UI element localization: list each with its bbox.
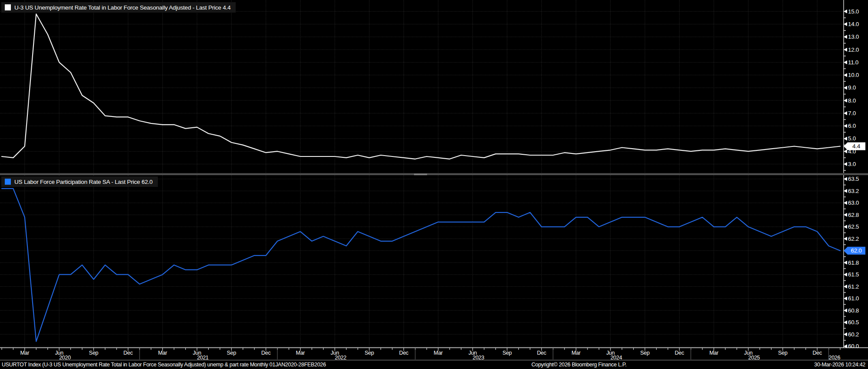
svg-text:61.5: 61.5 — [848, 271, 859, 278]
svg-text:Mar: Mar — [158, 350, 167, 356]
legend-top-panel[interactable]: U-3 US Unemployment Rate Total in Labor … — [1, 2, 236, 13]
svg-text:63.2: 63.2 — [848, 188, 859, 194]
svg-text:61.0: 61.0 — [848, 295, 859, 302]
svg-text:Sep: Sep — [364, 350, 374, 356]
svg-text:4.4: 4.4 — [852, 143, 861, 150]
svg-text:10.0: 10.0 — [848, 72, 859, 78]
svg-text:63.0: 63.0 — [848, 199, 859, 206]
svg-text:61.8: 61.8 — [848, 259, 859, 266]
panel-divider[interactable] — [0, 173, 868, 175]
svg-text:Mar: Mar — [571, 350, 581, 356]
legend-bottom-panel[interactable]: US Labor Force Participation Rate SA - L… — [1, 176, 158, 187]
legend-bottom-label: US Labor Force Participation Rate SA - L… — [14, 179, 153, 185]
svg-text:Sep: Sep — [89, 350, 99, 356]
footer-bar: USURTOT Index (U-3 US Unemployment Rate … — [0, 360, 868, 369]
svg-text:2022: 2022 — [335, 355, 347, 360]
x-axis: MarJunSepDecMarJunSepDecMarJunSepDecMarJ… — [0, 348, 868, 360]
panel-divider-grip-icon[interactable] — [414, 174, 427, 175]
svg-text:Mar: Mar — [709, 350, 718, 356]
svg-text:3.0: 3.0 — [848, 161, 856, 167]
svg-text:2020: 2020 — [59, 355, 71, 360]
svg-text:Dec: Dec — [261, 350, 270, 356]
svg-text:2025: 2025 — [748, 355, 760, 360]
unemployment-series-swatch — [5, 4, 11, 10]
svg-text:Mar: Mar — [434, 350, 443, 356]
svg-text:5.0: 5.0 — [848, 135, 856, 142]
bloomberg-chart-window: 15.014.013.012.011.010.09.08.07.06.05.04… — [0, 0, 868, 369]
svg-text:13.0: 13.0 — [848, 33, 859, 40]
y-axis-labor-force-participation-rate: 63.563.263.062.862.562.262.061.861.561.2… — [844, 176, 859, 349]
svg-text:9.0: 9.0 — [848, 84, 856, 91]
legend-top-label: U-3 US Unemployment Rate Total in Labor … — [14, 4, 230, 11]
svg-text:60.8: 60.8 — [848, 307, 859, 314]
footer-security-description: USURTOT Index (U-3 US Unemployment Rate … — [2, 362, 326, 368]
svg-text:11.0: 11.0 — [848, 59, 858, 66]
svg-text:Dec: Dec — [399, 350, 408, 356]
svg-text:60.0: 60.0 — [848, 343, 859, 349]
last-price-badge-labor-force-participation-rate: 62.0 — [844, 247, 865, 255]
series-line-u3-unemployment-rate — [2, 14, 840, 159]
svg-text:Dec: Dec — [675, 350, 684, 356]
svg-text:14.0: 14.0 — [848, 21, 859, 27]
svg-text:2021: 2021 — [197, 355, 209, 360]
series-line-labor-force-participation-rate — [2, 189, 840, 342]
svg-text:6.0: 6.0 — [848, 123, 856, 129]
svg-text:60.5: 60.5 — [848, 319, 859, 326]
svg-text:Mar: Mar — [296, 350, 305, 356]
svg-text:Sep: Sep — [778, 350, 788, 356]
last-price-badge-u3-unemployment-rate: 4.4 — [844, 143, 865, 150]
footer-datetime: 30-Mar-2026 10:24:42 — [814, 362, 865, 368]
panel-u3-unemployment-rate — [0, 0, 844, 173]
svg-text:60.2: 60.2 — [848, 331, 859, 338]
svg-text:Sep: Sep — [502, 350, 512, 356]
svg-text:Mar: Mar — [20, 350, 30, 356]
svg-text:63.5: 63.5 — [848, 176, 859, 182]
chart-area: 15.014.013.012.011.010.09.08.07.06.05.04… — [0, 0, 868, 360]
svg-text:Dec: Dec — [537, 350, 546, 356]
svg-text:2024: 2024 — [611, 355, 622, 360]
svg-text:2023: 2023 — [473, 355, 484, 360]
svg-text:Sep: Sep — [227, 350, 237, 356]
svg-text:61.2: 61.2 — [848, 283, 859, 290]
svg-text:62.0: 62.0 — [851, 247, 861, 254]
svg-text:15.0: 15.0 — [848, 8, 859, 15]
svg-text:Dec: Dec — [124, 350, 133, 356]
participation-series-swatch — [5, 179, 11, 185]
svg-text:7.0: 7.0 — [848, 110, 856, 116]
svg-text:62.2: 62.2 — [848, 236, 859, 242]
svg-text:8.0: 8.0 — [848, 97, 856, 104]
svg-text:12.0: 12.0 — [848, 47, 859, 53]
svg-text:62.8: 62.8 — [848, 212, 859, 218]
svg-text:62.5: 62.5 — [848, 223, 859, 230]
panel-labor-force-participation-rate — [0, 175, 844, 348]
svg-text:Sep: Sep — [640, 350, 650, 356]
svg-text:Dec: Dec — [813, 350, 822, 356]
footer-copyright: Copyright© 2026 Bloomberg Finance L.P. — [531, 362, 627, 368]
svg-text:2026: 2026 — [828, 355, 840, 360]
